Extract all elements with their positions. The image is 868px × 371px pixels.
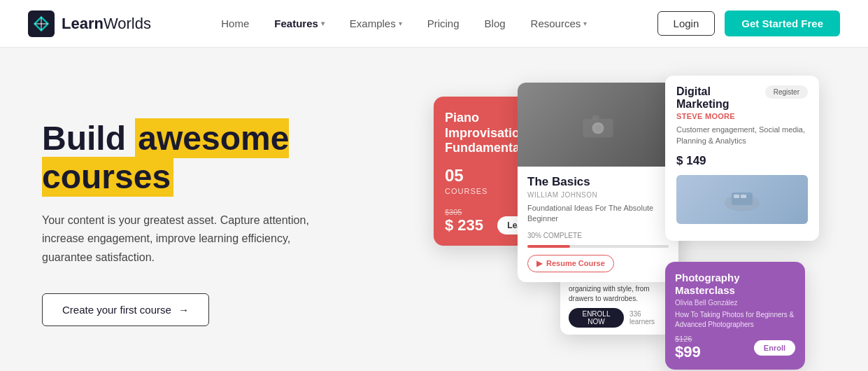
piano-price-new: $ 235 <box>445 216 483 234</box>
digital-course-description: Customer engagement, Social media, Plann… <box>676 125 808 147</box>
nav-examples[interactable]: Examples ▾ <box>350 18 402 29</box>
hero-visual: Piano Improvisation Fundamentals 05 Cour… <box>406 76 826 370</box>
photography-course-card: Photography Masterclass Olivia Bell Gonz… <box>665 262 805 370</box>
photo-course-description: How To Taking Photos for Beginners & Adv… <box>675 310 795 329</box>
navbar: LearnWorlds Home Features ▾ Examples ▾ P… <box>0 0 868 48</box>
nav-pricing[interactable]: Pricing <box>427 18 460 29</box>
hero-content: Build awesome courses Your content is yo… <box>42 119 406 327</box>
piano-price-old: $305 <box>445 208 483 216</box>
svg-rect-4 <box>592 115 599 120</box>
logo-icon <box>28 10 55 37</box>
get-started-button[interactable]: Get Started Free <box>725 10 840 36</box>
basics-course-card: The Basics William Johnson Foundational … <box>518 83 678 282</box>
digital-course-price: $ 149 <box>676 154 808 168</box>
resume-course-button[interactable]: ▶ Resume Course <box>527 255 614 272</box>
examples-chevron-icon: ▾ <box>399 20 402 27</box>
nav-links: Home Features ▾ Examples ▾ Pricing Blog … <box>221 18 587 29</box>
nav-home[interactable]: Home <box>221 18 249 29</box>
basics-progress-fill <box>527 245 570 248</box>
register-button[interactable]: Register <box>765 85 808 99</box>
basics-course-description: Foundational Ideas For The Absolute Begi… <box>527 203 669 225</box>
arrow-icon: → <box>178 304 189 316</box>
digital-course-author: Steve Moore <box>676 112 808 120</box>
digital-card-image <box>676 175 808 224</box>
nav-resources[interactable]: Resources ▾ <box>531 18 588 29</box>
basics-progress-bar <box>527 245 669 248</box>
wardrobe-enroll-button[interactable]: ENROLL NOW <box>569 308 624 328</box>
basics-course-author: William Johnson <box>527 191 669 199</box>
hero-section: Build awesome courses Your content is yo… <box>0 48 868 371</box>
play-icon: ▶ <box>536 259 542 268</box>
hero-description: Your content is your greatest asset. Cap… <box>42 211 336 267</box>
basics-progress-label: 30% COMPLETE <box>527 232 669 239</box>
digital-marketing-card: Register Digital Marketing Steve Moore C… <box>665 76 819 241</box>
create-course-button[interactable]: Create your first course → <box>42 293 209 326</box>
photo-course-author: Olivia Bell González <box>675 299 795 307</box>
camera-icon <box>581 111 616 139</box>
photo-price-old: $126 <box>675 335 701 343</box>
wardrobe-description: organizing with style, from drawers to w… <box>569 284 664 304</box>
svg-rect-7 <box>734 195 739 198</box>
hero-title: Build awesome courses <box>42 119 406 196</box>
photo-price-new: $99 <box>675 343 701 361</box>
nav-features[interactable]: Features ▾ <box>274 18 325 29</box>
logo[interactable]: LearnWorlds <box>28 10 151 37</box>
nav-blog[interactable]: Blog <box>485 18 506 29</box>
svg-rect-6 <box>732 192 753 205</box>
svg-point-3 <box>595 125 602 132</box>
wardrobe-count: 336 learners <box>629 310 664 326</box>
svg-rect-8 <box>741 195 746 198</box>
logo-text: LearnWorlds <box>62 15 151 33</box>
basics-course-title: The Basics <box>527 175 669 189</box>
features-chevron-icon: ▾ <box>321 20 325 27</box>
resources-chevron-icon: ▾ <box>583 20 587 27</box>
photo-enroll-button[interactable]: Enroll <box>754 340 795 356</box>
hands-typing-icon <box>721 186 763 214</box>
photo-course-title: Photography Masterclass <box>675 272 795 297</box>
basics-card-image <box>518 83 678 167</box>
nav-actions: Login Get Started Free <box>657 10 840 36</box>
login-button[interactable]: Login <box>657 11 716 36</box>
